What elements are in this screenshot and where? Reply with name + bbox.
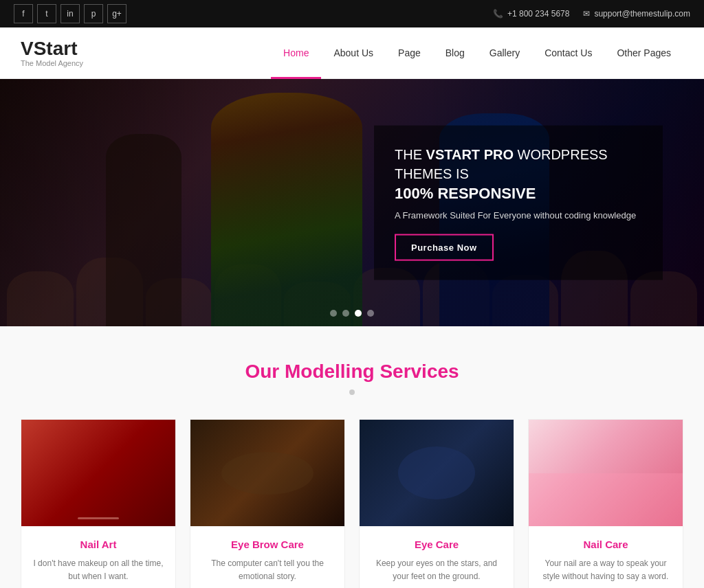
- eyebrow-title: Eye Brow Care: [201, 539, 334, 550]
- crowd-person: [7, 271, 74, 326]
- section-divider: [349, 389, 355, 395]
- services-grid: Nail Art I don't have makeup on all the …: [21, 419, 683, 588]
- nav-home[interactable]: Home: [271, 27, 321, 79]
- linkedin-icon[interactable]: in: [60, 4, 80, 23]
- logo: VStart The Model Agency: [21, 38, 144, 68]
- eyecare-body: Eye Care Keep your eyes on the stars, an…: [360, 526, 514, 588]
- main-nav: Home About Us Page Blog Gallery Contact …: [144, 27, 683, 79]
- nav-contact[interactable]: Contact Us: [532, 27, 604, 79]
- service-card-nail-art: Nail Art I don't have makeup on all the …: [21, 419, 176, 588]
- google-plus-icon[interactable]: g+: [107, 4, 126, 23]
- slide-dot-3[interactable]: [355, 310, 362, 317]
- nav-blog[interactable]: Blog: [433, 27, 477, 79]
- logo-name: VStart: [21, 38, 144, 60]
- nav-page[interactable]: Page: [386, 27, 433, 79]
- header: VStart The Model Agency Home About Us Pa…: [0, 27, 704, 79]
- hero-brand: VSTART PRO: [426, 147, 514, 162]
- pinterest-icon[interactable]: p: [84, 4, 103, 23]
- nailcare-title: Nail Care: [539, 539, 672, 550]
- hero-description: A Framework Suited For Everyone without …: [395, 210, 642, 220]
- hero-title: THE VSTART PRO WORDPRESS THEMES IS 100% …: [395, 145, 642, 205]
- model-center-figure: [211, 93, 362, 326]
- facebook-icon[interactable]: f: [14, 4, 33, 23]
- services-title: Our Modelling Services: [21, 361, 683, 383]
- nail-art-title: Nail Art: [32, 539, 165, 550]
- nailcare-image: [529, 420, 683, 526]
- nav-gallery[interactable]: Gallery: [477, 27, 532, 79]
- email-info: ✉ support@themestulip.com: [583, 9, 690, 19]
- contact-info: 📞 +1 800 234 5678 ✉ support@themestulip.…: [493, 9, 690, 19]
- nav-about[interactable]: About Us: [321, 27, 386, 79]
- nailcare-body: Nail Care Your nail are a way to speak y…: [529, 526, 683, 588]
- slide-dot-4[interactable]: [367, 310, 374, 317]
- eyecare-desc: Keep your eyes on the stars, and your fe…: [370, 557, 503, 586]
- nail-art-image: [21, 420, 175, 526]
- nail-art-desc: I don't have makeup on all the time, but…: [32, 557, 165, 586]
- eyecare-title: Eye Care: [370, 539, 503, 550]
- eyebrow-body: Eye Brow Care The computer can't tell yo…: [190, 526, 344, 588]
- nailcare-desc: Your nail are a way to speak your style …: [539, 557, 672, 586]
- logo-tagline: The Model Agency: [21, 59, 144, 67]
- services-section: Our Modelling Services Nail Art I don't …: [0, 326, 704, 588]
- social-icons: f t in p g+: [14, 4, 126, 23]
- service-card-eyecare: Eye Care Keep your eyes on the stars, an…: [359, 419, 514, 588]
- hero-responsive: 100% RESPONSIVE: [395, 185, 536, 202]
- service-card-nailcare: Nail Care Your nail are a way to speak y…: [528, 419, 683, 588]
- model-left-figure: [106, 134, 182, 326]
- slide-dot-1[interactable]: [330, 310, 337, 317]
- services-title-plain: Our Modelling: [245, 361, 380, 382]
- eyebrow-desc: The computer can't tell you the emotiona…: [201, 557, 334, 586]
- purchase-now-button[interactable]: Purchase Now: [395, 234, 494, 260]
- phone-icon: 📞: [493, 9, 503, 19]
- slide-dot-2[interactable]: [342, 310, 349, 317]
- eyebrow-image: [190, 420, 344, 526]
- hero-background: THE VSTART PRO WORDPRESS THEMES IS 100% …: [0, 79, 704, 326]
- email-address: support@themestulip.com: [594, 9, 690, 19]
- top-bar: f t in p g+ 📞 +1 800 234 5678 ✉ support@…: [0, 0, 704, 27]
- nail-art-body: Nail Art I don't have makeup on all the …: [21, 526, 175, 588]
- nav-other[interactable]: Other Pages: [604, 27, 683, 79]
- twitter-icon[interactable]: t: [37, 4, 56, 23]
- email-icon: ✉: [583, 9, 590, 19]
- hero-content-box: THE VSTART PRO WORDPRESS THEMES IS 100% …: [374, 126, 663, 280]
- eyecare-image: [360, 420, 514, 526]
- service-card-eyebrow: Eye Brow Care The computer can't tell yo…: [190, 419, 345, 588]
- phone-number: +1 800 234 5678: [507, 9, 569, 19]
- phone-info: 📞 +1 800 234 5678: [493, 9, 569, 19]
- services-title-accent: Services: [380, 361, 459, 382]
- hero-section: THE VSTART PRO WORDPRESS THEMES IS 100% …: [0, 79, 704, 326]
- slider-dots: [330, 310, 374, 317]
